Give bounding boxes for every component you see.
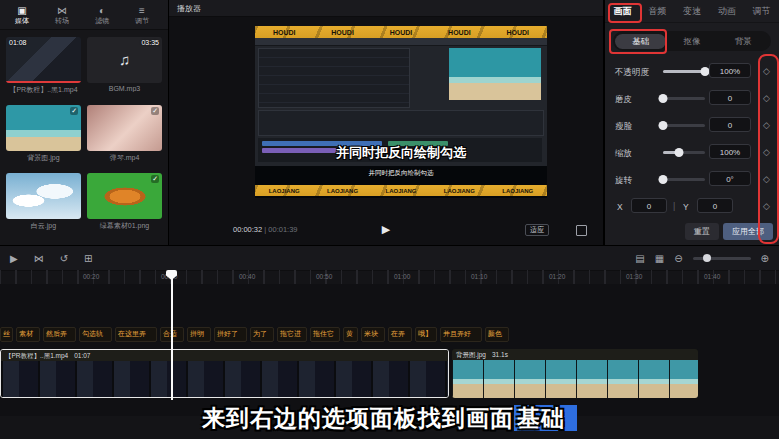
properties-subtab-bar: 基础抠像背景: [613, 31, 771, 51]
property-value[interactable]: 100%: [709, 144, 751, 159]
video-clip[interactable]: 背景图.jpg31.1s: [452, 349, 698, 398]
play-button[interactable]: ▶: [382, 223, 390, 236]
media-item[interactable]: ✓绿幕素材01.png: [87, 173, 162, 235]
property-slider[interactable]: [663, 151, 705, 154]
select-icon[interactable]: ▶: [10, 253, 18, 264]
timeline-tracks[interactable]: 丝素材然后弄勾选轨在这里弄合适拼明拼好了为了拖它进拖住它黄米块在弄哦】并且弄好颜…: [0, 284, 779, 416]
text-clip[interactable]: 颜色: [485, 327, 509, 342]
tab-画面[interactable]: 画面: [605, 5, 640, 18]
player-panel: 播放器 HOUDIHOUDIHOUDIHOUDIHOUDI 并同时把反向绘制勾选…: [168, 0, 604, 245]
y-label: Y: [683, 202, 689, 212]
media-item[interactable]: 01:08【PR教程】..黑1.mp4: [6, 37, 81, 99]
property-slider[interactable]: [663, 178, 705, 181]
fit-button[interactable]: 适应: [525, 224, 549, 236]
media-library-panel: 01:08【PR教程】..黑1.mp403:35♫BGM.mp3✓背景图.jpg…: [0, 30, 168, 245]
media-item[interactable]: 03:35♫BGM.mp3: [87, 37, 162, 99]
crop-icon[interactable]: ⊞: [84, 253, 92, 264]
ribbon-text: HOUDI: [448, 29, 471, 36]
text-clip[interactable]: 拖住它: [310, 327, 340, 342]
tab-变速[interactable]: 变速: [675, 5, 710, 18]
screenshot-panel: [258, 110, 544, 136]
media-item[interactable]: ✓背景图.jpg: [6, 105, 81, 167]
video-clip[interactable]: 【PR教程】..黑1.mp401:07: [0, 349, 449, 398]
timeline-ruler[interactable]: 00:2000:3000:4000:5001:0001:1001:2001:30…: [0, 270, 779, 284]
snap-icon[interactable]: ▦: [655, 253, 664, 264]
toolbar-item-2[interactable]: ⋈转场: [46, 5, 78, 25]
text-clip[interactable]: 丝: [0, 327, 13, 342]
subtab-背景[interactable]: 背景: [718, 34, 769, 49]
keyframe-icon[interactable]: ◇: [763, 120, 770, 130]
video-preview: HOUDIHOUDIHOUDIHOUDIHOUDI 并同时把反向绘制勾选 并同时…: [255, 26, 547, 198]
ribbon-text: LAOJIANG: [444, 188, 475, 194]
media-thumbnail: [6, 173, 81, 219]
toolbar-item-label: 媒体: [15, 16, 29, 25]
zoom-in-icon[interactable]: ⊕: [761, 253, 769, 264]
property-slider[interactable]: [663, 97, 705, 100]
text-clip[interactable]: 素材: [16, 327, 40, 342]
keyframe-icon[interactable]: ◇: [763, 174, 770, 184]
subtab-基础[interactable]: 基础: [615, 34, 666, 49]
media-item[interactable]: ✓弹琴.mp4: [87, 105, 162, 167]
zoom-slider[interactable]: [693, 257, 751, 260]
text-clip[interactable]: 然后弄: [43, 327, 76, 342]
keyframe-icon[interactable]: ◇: [763, 201, 770, 211]
clip-filmstrip: [1, 361, 448, 398]
slider-knob[interactable]: [659, 175, 668, 184]
text-clip[interactable]: 拼好了: [214, 327, 247, 342]
text-clip[interactable]: 勾选轨: [79, 327, 112, 342]
keyframe-icon[interactable]: ◇: [763, 147, 770, 157]
ruler-label: 00:20: [83, 273, 99, 280]
text-clip[interactable]: 在弄: [388, 327, 412, 342]
y-value-input[interactable]: 0: [697, 198, 733, 213]
subtab-抠像[interactable]: 抠像: [666, 34, 717, 49]
toolbar-item-4[interactable]: ≡调节: [126, 5, 158, 25]
property-row: 瘦脸0◇: [605, 112, 779, 139]
timeline-tools-left: ▶⋈↺⊞: [10, 246, 92, 270]
slider-knob[interactable]: [659, 121, 668, 130]
property-row: 磨皮0◇: [605, 85, 779, 112]
property-value[interactable]: 100%: [709, 63, 751, 78]
property-value[interactable]: 0: [709, 117, 751, 132]
text-clip[interactable]: 拼明: [187, 327, 211, 342]
timeline-toolbar: ▶⋈↺⊞ ▤▦⊖⊕: [0, 246, 779, 271]
caption-highlight: 基础: [514, 405, 577, 431]
property-slider[interactable]: [663, 70, 705, 73]
property-value[interactable]: 0: [709, 90, 751, 105]
view-icon[interactable]: ▤: [635, 253, 644, 264]
keyframe-icon[interactable]: ◇: [763, 66, 770, 76]
toolbar-item-1[interactable]: ▣媒体: [6, 5, 38, 25]
rotate-icon[interactable]: ↺: [60, 253, 68, 264]
clip-name: 背景图.jpg: [456, 349, 486, 360]
playhead[interactable]: [171, 270, 173, 400]
text-clip[interactable]: 为了: [250, 327, 274, 342]
zoom-slider-knob[interactable]: [703, 254, 711, 262]
text-clip[interactable]: 拖它进: [277, 327, 307, 342]
property-slider[interactable]: [663, 124, 705, 127]
property-row: 缩放100%◇: [605, 139, 779, 166]
reset-button[interactable]: 重置: [685, 223, 719, 240]
keyframe-icon[interactable]: ◇: [763, 93, 770, 103]
property-value[interactable]: 0°: [709, 171, 751, 186]
text-clip[interactable]: 哦】: [415, 327, 437, 342]
apply-all-button[interactable]: 应用全部: [723, 223, 773, 240]
properties-rows: 不透明度100%◇磨皮0◇瘦脸0◇缩放100%◇旋转0°◇X0|Y0◇: [605, 58, 779, 220]
text-clip[interactable]: 米块: [361, 327, 385, 342]
slider-knob[interactable]: [659, 94, 668, 103]
toolbar-item-3[interactable]: ◐滤镜: [86, 5, 118, 25]
zoom-out-icon[interactable]: ⊖: [674, 253, 682, 264]
text-clip[interactable]: 在这里弄: [115, 327, 157, 342]
fullscreen-icon[interactable]: [576, 225, 587, 236]
tab-动画[interactable]: 动画: [709, 5, 744, 18]
text-clip[interactable]: 黄: [343, 327, 358, 342]
media-item[interactable]: 白云.jpg: [6, 173, 81, 235]
property-row: 不透明度100%◇: [605, 58, 779, 85]
tab-调节[interactable]: 调节: [744, 5, 779, 18]
x-value-input[interactable]: 0: [631, 198, 667, 213]
mirror-icon[interactable]: ⋈: [34, 253, 44, 264]
media-item-name: BGM.mp3: [87, 85, 162, 92]
ruler-label: 01:30: [626, 273, 642, 280]
ribbon-text: HOUDI: [273, 29, 296, 36]
text-clip[interactable]: 并且弄好: [440, 327, 482, 342]
tab-音频[interactable]: 音频: [640, 5, 675, 18]
slider-knob[interactable]: [674, 148, 683, 157]
